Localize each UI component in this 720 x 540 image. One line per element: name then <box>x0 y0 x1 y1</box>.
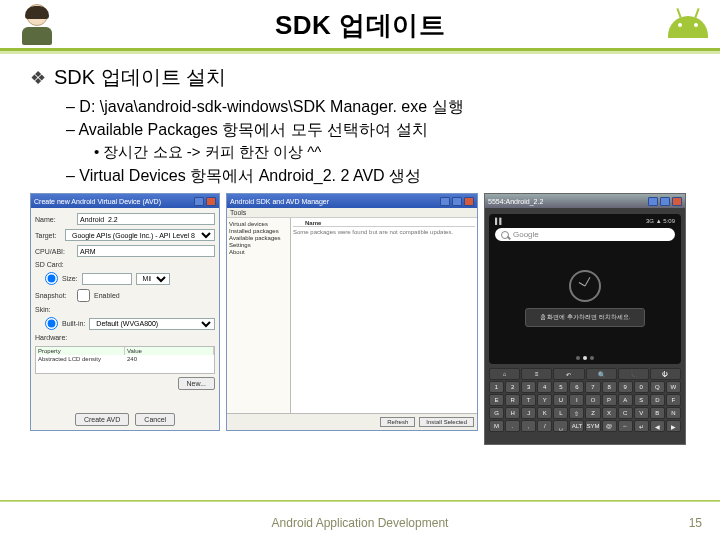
search-key[interactable]: 🔍 <box>586 368 617 380</box>
call-key[interactable]: 📞 <box>618 368 649 380</box>
section-heading-text: SDK 업데이트 설치 <box>54 64 226 91</box>
key-⇧[interactable]: ⇧ <box>569 407 584 419</box>
key-Z[interactable]: Z <box>585 407 600 419</box>
close-icon[interactable] <box>206 197 216 206</box>
key-C[interactable]: C <box>618 407 633 419</box>
key-F[interactable]: F <box>666 394 681 406</box>
key-V[interactable]: V <box>634 407 649 419</box>
key-J[interactable]: J <box>521 407 536 419</box>
key-4[interactable]: 4 <box>537 381 552 393</box>
name-input[interactable] <box>77 213 215 225</box>
key-@[interactable]: @ <box>602 420 617 432</box>
sidebar-item-installed[interactable]: Installed packages <box>229 228 288 234</box>
sdcard-size-input[interactable] <box>82 273 132 285</box>
slide-content: ❖ SDK 업데이트 설치 D: \java\android-sdk-windo… <box>0 54 720 187</box>
install-selected-button[interactable]: Install Selected <box>419 417 474 427</box>
key-7[interactable]: 7 <box>585 381 600 393</box>
signal-icon: ▌▌ <box>495 218 504 224</box>
refresh-button[interactable]: Refresh <box>380 417 415 427</box>
sidebar-item-available[interactable]: Available packages <box>229 235 288 241</box>
skin-builtin-radio[interactable] <box>45 317 58 330</box>
home-widgets: 홈 화면에 추가하려면 터치하세요. <box>493 245 677 352</box>
emulator-screen[interactable]: ▌▌ 3G ▲ 5:09 Google 홈 화면에 추가하려면 터치하세요. <box>489 214 681 364</box>
key-K[interactable]: K <box>537 407 552 419</box>
section-heading: ❖ SDK 업데이트 설치 <box>30 64 690 91</box>
key-R[interactable]: R <box>505 394 520 406</box>
key-A[interactable]: A <box>618 394 633 406</box>
key-W[interactable]: W <box>666 381 681 393</box>
main-area: Virtual devices Installed packages Avail… <box>227 218 477 413</box>
menu-key[interactable]: ≡ <box>521 368 552 380</box>
key-P[interactable]: P <box>602 394 617 406</box>
new-hardware-button[interactable]: New... <box>178 377 215 390</box>
key-ALT[interactable]: ALT <box>569 420 584 432</box>
google-search-widget[interactable]: Google <box>495 228 675 241</box>
key-O[interactable]: O <box>585 394 600 406</box>
create-avd-dialog: Create new Android Virtual Device (AVD) … <box>30 193 220 431</box>
sidebar-item-virtual-devices[interactable]: Virtual devices <box>229 221 288 227</box>
key-S[interactable]: S <box>634 394 649 406</box>
key-◀[interactable]: ◀ <box>650 420 665 432</box>
key-SYM[interactable]: SYM <box>585 420 600 432</box>
key-H[interactable]: H <box>505 407 520 419</box>
close-icon[interactable] <box>672 197 682 206</box>
window-title: Create new Android Virtual Device (AVD) <box>34 198 161 205</box>
minimize-icon[interactable] <box>648 197 658 206</box>
key-␣[interactable]: ␣ <box>553 420 568 432</box>
key-X[interactable]: X <box>602 407 617 419</box>
create-avd-button[interactable]: Create AVD <box>75 413 129 426</box>
clock-widget[interactable] <box>569 270 601 302</box>
key-9[interactable]: 9 <box>618 381 633 393</box>
key-←[interactable]: ← <box>618 420 633 432</box>
window-title: 5554:Android_2.2 <box>488 198 543 205</box>
key-N[interactable]: N <box>666 407 681 419</box>
key-0[interactable]: 0 <box>634 381 649 393</box>
maximize-icon[interactable] <box>452 197 462 206</box>
maximize-icon[interactable] <box>660 197 670 206</box>
home-key[interactable]: ⌂ <box>489 368 520 380</box>
minimize-icon[interactable] <box>194 197 204 206</box>
key-M[interactable]: M <box>489 420 504 432</box>
key-8[interactable]: 8 <box>602 381 617 393</box>
key-L[interactable]: L <box>553 407 568 419</box>
key-U[interactable]: U <box>553 394 568 406</box>
emulator-keypad: ⌂ ≡ ↶ 🔍 📞 ⏻ 1234567890QWERTYUIOPASDFGHJK… <box>489 368 681 432</box>
key-B[interactable]: B <box>650 407 665 419</box>
sdcard-unit-select[interactable]: MiB <box>136 273 170 285</box>
menubar[interactable]: Tools <box>227 208 477 218</box>
search-icon <box>501 231 509 239</box>
key-Q[interactable]: Q <box>650 381 665 393</box>
key-↵[interactable]: ↵ <box>634 420 649 432</box>
sdcard-size-radio[interactable] <box>45 272 58 285</box>
sub-bullet-item: 장시간 소요 -> 커피 한잔 이상 ^^ <box>94 143 690 162</box>
key-6[interactable]: 6 <box>569 381 584 393</box>
key-D[interactable]: D <box>650 394 665 406</box>
key-E[interactable]: E <box>489 394 504 406</box>
key-3[interactable]: 3 <box>521 381 536 393</box>
sidebar-item-about[interactable]: About <box>229 249 288 255</box>
key-,[interactable]: , <box>521 420 536 432</box>
cancel-button[interactable]: Cancel <box>135 413 175 426</box>
key-/[interactable]: / <box>537 420 552 432</box>
target-select[interactable]: Google APIs (Google Inc.) - API Level 8 <box>65 229 215 241</box>
home-tip[interactable]: 홈 화면에 추가하려면 터치하세요. <box>525 308 645 327</box>
minimize-icon[interactable] <box>440 197 450 206</box>
end-key[interactable]: ⏻ <box>650 368 681 380</box>
skin-select[interactable]: Default (WVGA800) <box>89 318 215 330</box>
key-1[interactable]: 1 <box>489 381 504 393</box>
key-I[interactable]: I <box>569 394 584 406</box>
key-Y[interactable]: Y <box>537 394 552 406</box>
key-T[interactable]: T <box>521 394 536 406</box>
table-row[interactable]: Abstracted LCD density240 <box>36 355 214 363</box>
close-icon[interactable] <box>464 197 474 206</box>
key-G[interactable]: G <box>489 407 504 419</box>
key-5[interactable]: 5 <box>553 381 568 393</box>
col-header: Value <box>125 347 214 355</box>
sidebar-item-settings[interactable]: Settings <box>229 242 288 248</box>
key-2[interactable]: 2 <box>505 381 520 393</box>
snapshot-checkbox[interactable] <box>77 289 90 302</box>
key-.[interactable]: . <box>505 420 520 432</box>
cpu-input[interactable] <box>77 245 215 257</box>
key-▶[interactable]: ▶ <box>666 420 681 432</box>
back-key[interactable]: ↶ <box>553 368 584 380</box>
